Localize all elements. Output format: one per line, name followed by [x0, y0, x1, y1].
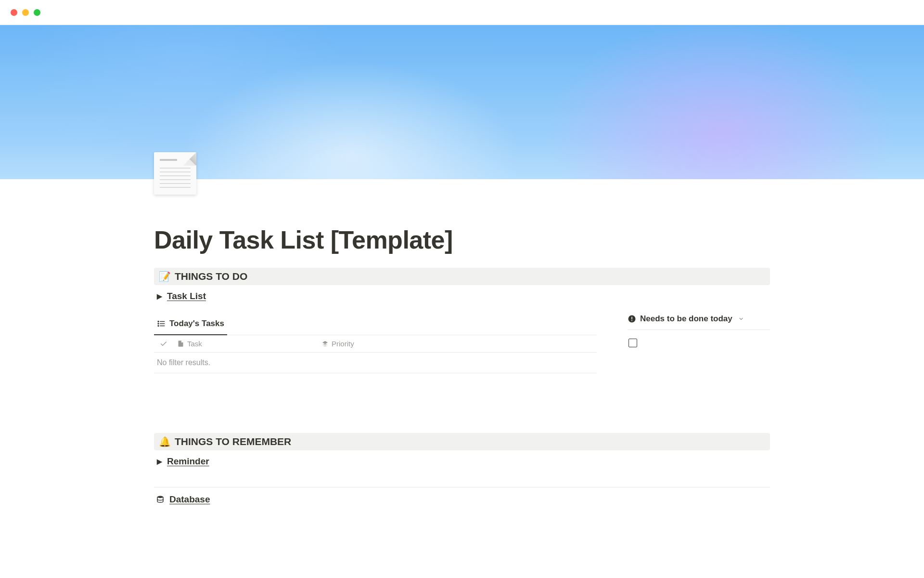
window-minimize-button[interactable] — [22, 9, 29, 16]
tab-todays-tasks-label: Today's Tasks — [169, 319, 224, 328]
column-header-task[interactable]: Task — [173, 340, 318, 348]
toggle-needs-done-today[interactable]: Needs to be done today — [628, 314, 744, 324]
toggle-task-list[interactable]: ▶ Task List — [154, 285, 770, 305]
page-cover[interactable] — [0, 25, 924, 179]
toggle-reminder[interactable]: ▶ Reminder — [154, 450, 770, 471]
tab-todays-tasks[interactable]: Today's Tasks — [154, 314, 227, 335]
table-header-row: Task Priority — [154, 335, 597, 353]
chevron-down-icon — [738, 316, 744, 322]
column-checkbox[interactable] — [154, 340, 173, 348]
toggle-reminder-label: Reminder — [167, 456, 209, 467]
page-icon — [177, 340, 184, 347]
svg-point-9 — [157, 496, 163, 499]
database-icon — [156, 495, 165, 504]
empty-state-message: No filter results. — [154, 353, 597, 373]
window-titlebar — [0, 0, 924, 25]
memo-icon: 📝 — [159, 271, 171, 282]
alert-circle-icon — [628, 315, 636, 323]
column-header-priority[interactable]: Priority — [318, 340, 597, 348]
svg-point-3 — [158, 321, 159, 322]
column-header-priority-label: Priority — [332, 340, 354, 348]
window-maximize-button[interactable] — [34, 9, 40, 16]
check-icon — [160, 340, 167, 348]
needs-done-today-label: Needs to be done today — [640, 314, 732, 324]
section-header-remember-label: THINGS TO REMEMBER — [175, 436, 291, 447]
page-icon[interactable] — [154, 152, 196, 195]
section-header-remember[interactable]: 🔔 THINGS TO REMEMBER — [154, 433, 770, 450]
section-header-todo[interactable]: 📝 THINGS TO DO — [154, 268, 770, 285]
svg-point-8 — [631, 320, 632, 321]
linked-database[interactable]: Database — [154, 487, 770, 509]
svg-rect-7 — [631, 317, 632, 320]
list-icon — [157, 319, 166, 328]
section-header-todo-label: THINGS TO DO — [175, 271, 247, 282]
svg-point-5 — [158, 326, 159, 327]
triangle-right-icon: ▶ — [157, 458, 162, 465]
page-title[interactable]: Daily Task List [Template] — [154, 179, 770, 265]
document-icon — [154, 152, 196, 195]
toggle-task-list-label: Task List — [167, 291, 206, 302]
bell-icon: 🔔 — [159, 436, 171, 447]
todo-checkbox[interactable] — [629, 339, 637, 347]
window-close-button[interactable] — [11, 9, 17, 16]
svg-point-4 — [158, 323, 159, 324]
linked-database-label: Database — [169, 494, 210, 505]
triangle-right-icon: ▶ — [157, 292, 162, 300]
layers-icon — [321, 340, 329, 347]
column-header-task-label: Task — [187, 340, 202, 348]
view-tabs: Today's Tasks — [154, 314, 597, 335]
